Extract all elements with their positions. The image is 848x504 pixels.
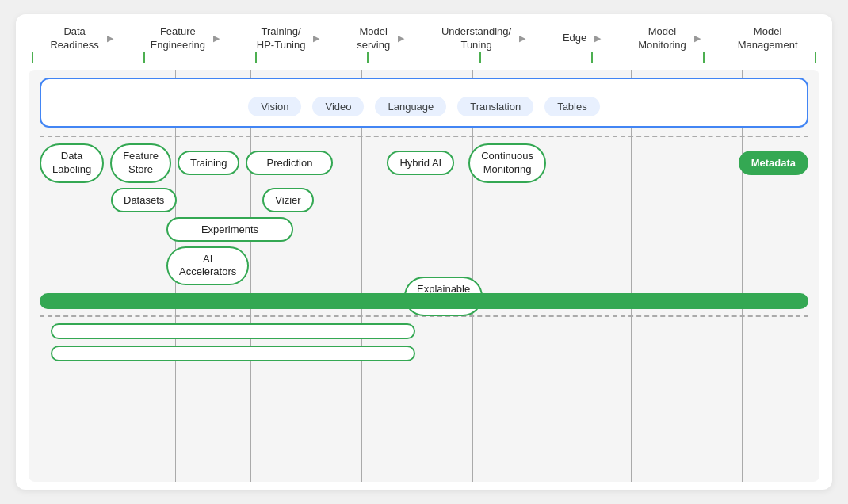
step-arrow-icon: ▶ (213, 33, 220, 44)
header-step-data-readiness: DataReadiness▶ (50, 25, 113, 52)
step-arrow-icon: ▶ (398, 33, 404, 44)
header-row: DataReadiness▶FeatureEngineering▶Trainin… (16, 14, 832, 52)
service-pill-data-labeling: DataLabeling (40, 143, 104, 183)
header-step-understanding-tuning: Understanding/Tuning▶ (441, 25, 525, 52)
automl-chips: VisionVideoLanguageTranslationTables (54, 97, 794, 116)
service-pill-metadata: Metadata (739, 151, 808, 175)
header-step-label: DataReadiness (50, 25, 98, 52)
header-step-label: FeatureEngineering (151, 25, 205, 52)
service-pill-vizier: Vizier (262, 188, 313, 212)
step-arrow-icon: ▶ (107, 33, 113, 44)
tick-model-management (815, 52, 816, 63)
header-step-label: Training/HP-Tuning (257, 25, 306, 52)
header-step-feature-engineering: FeatureEngineering▶ (151, 25, 220, 52)
service-pill-training: Training (178, 151, 239, 175)
header-step-model-management: ModelManagement (738, 25, 798, 52)
automl-chip-language: Language (375, 97, 446, 116)
content-area: VisionVideoLanguageTranslationTables Dat… (29, 70, 819, 482)
header-step-label: ModelMonitoring (638, 25, 686, 52)
dashed-separator-2 (40, 315, 808, 317)
services-row-3: Experiments (166, 217, 808, 242)
ticks-row (16, 52, 832, 63)
step-arrow-icon: ▶ (594, 33, 601, 44)
header-step-edge: Edge▶ (563, 32, 601, 45)
service-pill-experiments: Experiments (166, 217, 293, 242)
service-pill-feature-store: FeatureStore (110, 143, 171, 183)
workbench-pill (51, 346, 415, 361)
header-step-label: ModelManagement (738, 25, 798, 52)
header-step-label: Modelserving (357, 25, 390, 52)
service-pill-ai-accelerators: AIAccelerators (166, 246, 249, 286)
automl-chip-video: Video (312, 97, 364, 116)
service-pill-prediction: Prediction (246, 151, 333, 175)
services-row-4: AIAccelerators (166, 246, 808, 286)
main-container: DataReadiness▶FeatureEngineering▶Trainin… (16, 14, 832, 490)
service-pill-hybrid-ai: Hybrid AI (387, 151, 454, 175)
pipelines-bar (40, 293, 808, 309)
services-section: DataLabelingFeatureStoreTrainingPredicti… (40, 143, 808, 286)
automl-chip-tables: Tables (544, 97, 600, 116)
automl-chip-translation: Translation (457, 97, 533, 116)
header-step-label: Edge (563, 32, 586, 45)
step-arrow-icon: ▶ (519, 33, 525, 44)
step-arrow-icon: ▶ (694, 33, 701, 44)
bottom-section (40, 323, 808, 361)
services-row-2: DatasetsVizier (111, 188, 808, 212)
services-row-1: DataLabelingFeatureStoreTrainingPredicti… (40, 143, 808, 183)
dl-env-pill (51, 323, 415, 339)
dashed-separator-1 (40, 136, 808, 137)
service-pill-continuous-monitoring: ContinuousMonitoring (468, 143, 546, 183)
header-step-model-monitoring: ModelMonitoring▶ (638, 25, 701, 52)
service-pill-datasets: Datasets (111, 188, 177, 212)
header-step-training-hp-tuning: Training/HP-Tuning▶ (257, 25, 320, 52)
header-step-label: Understanding/Tuning (441, 25, 511, 52)
automl-chip-vision: Vision (248, 97, 301, 116)
automl-box: VisionVideoLanguageTranslationTables (40, 78, 808, 128)
step-arrow-icon: ▶ (313, 33, 319, 44)
header-step-model-serving: Modelserving▶ (357, 25, 404, 52)
